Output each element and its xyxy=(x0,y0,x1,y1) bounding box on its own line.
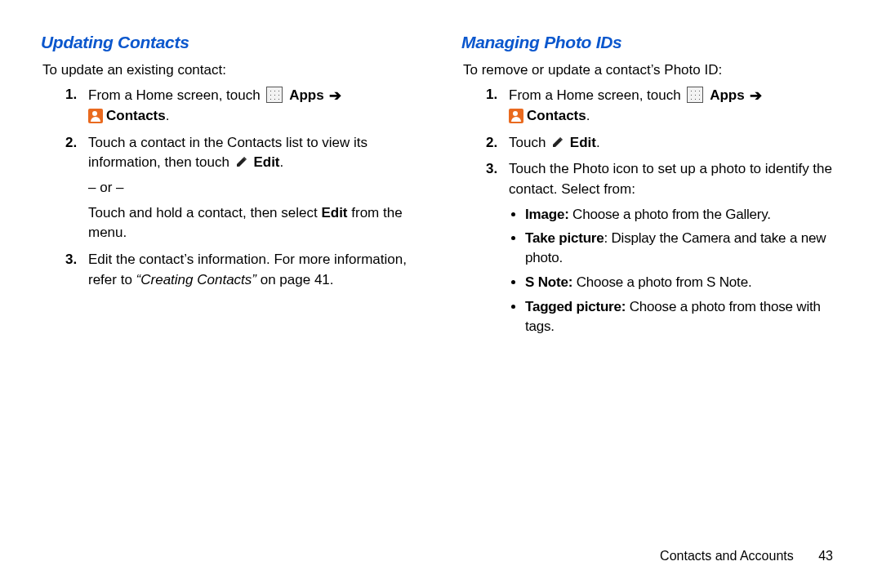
intro-left: To update an existing contact: xyxy=(42,62,429,78)
arrow-icon: ➔ xyxy=(329,87,341,104)
option-s-note: S Note: Choose a photo from S Note. xyxy=(525,273,849,292)
text: on page 41. xyxy=(256,272,334,287)
contacts-icon xyxy=(509,109,523,123)
section-title: Contacts and Accounts xyxy=(660,549,794,563)
arrow-icon: ➔ xyxy=(750,87,762,104)
right-steps: From a Home screen, touch Apps ➔ Contact… xyxy=(461,85,849,336)
page-number: 43 xyxy=(818,549,833,563)
apps-label: Apps xyxy=(289,87,324,103)
right-step-2: Touch Edit. xyxy=(486,133,849,154)
left-step-1: From a Home screen, touch Apps ➔ Contact… xyxy=(65,85,429,127)
period: . xyxy=(596,135,600,150)
right-step-1: From a Home screen, touch Apps ➔ Contact… xyxy=(486,85,849,127)
label: Take picture xyxy=(525,230,604,246)
contacts-icon xyxy=(88,109,103,123)
period: . xyxy=(280,154,284,170)
or-divider: – or – xyxy=(88,178,429,198)
contacts-label: Contacts xyxy=(527,108,586,123)
text: Touch xyxy=(509,135,550,150)
edit-label: Edit xyxy=(253,154,279,170)
heading-updating-contacts: Updating Contacts xyxy=(41,33,429,52)
intro-right: To remove or update a contact’s Photo ID… xyxy=(463,62,849,78)
photo-source-options: Image: Choose a photo from the Gallery. … xyxy=(509,205,849,336)
apps-label: Apps xyxy=(710,87,745,103)
pencil-icon xyxy=(551,136,564,149)
page-body: Updating Contacts To update an existing … xyxy=(0,0,882,342)
text: Touch a contact in the Contacts list to … xyxy=(88,135,368,171)
desc: Choose a photo from S Note. xyxy=(572,274,751,290)
edit-label-2: Edit xyxy=(321,205,347,220)
text: Touch and hold a contact, then select xyxy=(88,205,321,220)
left-step-3: Edit the contact’s information. For more… xyxy=(65,250,429,290)
text: From a Home screen, touch xyxy=(509,87,684,103)
heading-managing-photo-ids: Managing Photo IDs xyxy=(461,33,849,52)
option-image: Image: Choose a photo from the Gallery. xyxy=(525,205,849,225)
text: Touch the Photo icon to set up a photo t… xyxy=(509,161,832,197)
label: Tagged picture: xyxy=(525,299,626,314)
apps-grid-icon xyxy=(266,87,283,103)
cross-reference: “Creating Contacts” xyxy=(136,272,256,287)
period: . xyxy=(166,108,170,123)
left-step-2: Touch a contact in the Contacts list to … xyxy=(65,133,429,243)
label: Image: xyxy=(525,207,569,222)
contacts-label: Contacts xyxy=(106,108,166,123)
pencil-icon xyxy=(235,155,248,168)
right-step-3: Touch the Photo icon to set up a photo t… xyxy=(486,159,849,336)
period: . xyxy=(586,108,590,123)
desc: Choose a photo from the Gallery. xyxy=(569,207,771,222)
option-tagged-picture: Tagged picture: Choose a photo from thos… xyxy=(525,297,849,336)
option-take-picture: Take picture: Display the Camera and tak… xyxy=(525,229,849,268)
text: From a Home screen, touch xyxy=(88,87,264,103)
left-steps: From a Home screen, touch Apps ➔ Contact… xyxy=(41,85,429,290)
edit-label: Edit xyxy=(570,135,596,150)
left-step-2-alt: Touch and hold a contact, then select Ed… xyxy=(88,203,429,243)
label: S Note: xyxy=(525,274,572,290)
right-column: Managing Photo IDs To remove or update a… xyxy=(461,33,849,342)
apps-grid-icon xyxy=(687,87,703,103)
left-column: Updating Contacts To update an existing … xyxy=(41,33,429,342)
page-footer: Contacts and Accounts 43 xyxy=(660,549,833,564)
